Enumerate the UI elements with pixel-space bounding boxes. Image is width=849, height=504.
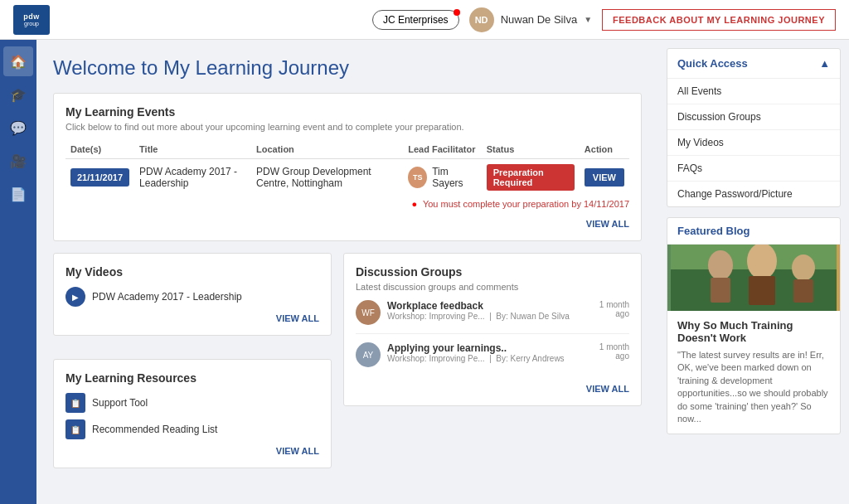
qa-all-events[interactable]: All Events: [667, 79, 840, 104]
qa-discussion-groups[interactable]: Discussion Groups: [667, 104, 840, 130]
discussion-time-2: 1 monthago: [599, 342, 629, 361]
warning-text: You must complete your preparation by 14…: [423, 199, 629, 209]
layout: 🏠 🎓 💬 🎥 📄 Welcome to My Learning Journey…: [0, 40, 849, 504]
view-button[interactable]: VIEW: [585, 168, 624, 187]
quick-access-section: Quick Access ▲ All Events Discussion Gro…: [667, 48, 841, 207]
avatar-initials: ND: [475, 15, 488, 25]
video-play-icon: ▶: [65, 287, 85, 307]
list-item: 📋 Recommended Reading List: [65, 419, 319, 439]
quick-access-collapse-icon[interactable]: ▲: [819, 57, 830, 70]
col-action: Action: [580, 140, 629, 159]
event-title: PDW Academy 2017 - Leadership: [134, 159, 251, 196]
sidebar-item-video[interactable]: 🎥: [3, 146, 33, 176]
feedback-button[interactable]: FEEDBACK ABOUT MY LEARNING JOURNEY: [602, 9, 836, 31]
resource-doc-icon-2: 📋: [65, 419, 85, 439]
sidebar-item-document[interactable]: 📄: [3, 179, 33, 209]
svg-rect-5: [749, 276, 775, 305]
main-content: Welcome to My Learning Journey My Learni…: [36, 40, 658, 504]
discussion-content-1: Workplace feedback Workshop: Improving P…: [387, 300, 593, 321]
user-name: Nuwan De Silva: [501, 13, 578, 26]
notification-dot: [454, 9, 460, 16]
sidebar-item-home[interactable]: 🏠: [3, 46, 33, 76]
enterprise-label: JC Enterprises: [383, 14, 449, 26]
my-videos-title: My Videos: [65, 265, 319, 279]
discussion-groups-title: Discussion Groups: [356, 265, 629, 279]
resources-view-all[interactable]: VIEW ALL: [65, 446, 319, 456]
discussion-avatar-1: WF: [356, 300, 381, 325]
learning-events-view-all[interactable]: VIEW ALL: [65, 219, 629, 229]
page-title: Welcome to My Learning Journey: [53, 56, 642, 80]
discussion-groups-subtitle: Latest discussion groups and comments: [356, 282, 629, 292]
discussion-content-2: Applying your learnings.. Workshop: Impr…: [387, 342, 593, 363]
resource-doc-icon: 📋: [65, 393, 85, 413]
featured-blog-title: Featured Blog: [667, 218, 840, 245]
my-learning-resources-title: My Learning Resources: [65, 371, 319, 385]
enterprise-button[interactable]: JC Enterprises: [372, 10, 459, 30]
col-title: Title: [134, 140, 251, 159]
list-item: AY Applying your learnings.. Workshop: I…: [356, 342, 629, 376]
qa-change-password[interactable]: Change Password/Picture: [667, 182, 840, 206]
discussion-list: WF Workplace feedback Workshop: Improvin…: [356, 300, 629, 376]
blog-post-title: Why So Much Training Doesn't Work: [677, 319, 830, 344]
resource-label-2: Recommended Reading List: [92, 424, 217, 435]
warning-dot: ●: [411, 199, 417, 209]
sidebar: 🏠 🎓 💬 🎥 📄: [0, 40, 36, 504]
facilitator-avatar: TS: [408, 167, 427, 188]
blog-image: [667, 245, 840, 311]
discussion-sub-1: Workshop: Improving Pe... | By: Nuwan De…: [387, 312, 593, 321]
event-status: Preparation Required: [482, 159, 580, 196]
list-item: ▶ PDW Academy 2017 - Leadership: [65, 287, 319, 307]
chevron-down-icon[interactable]: ▼: [584, 15, 592, 24]
event-location: PDW Group Development Centre, Nottingham: [251, 159, 403, 196]
discussion-groups-col: Discussion Groups Latest discussion grou…: [343, 253, 642, 480]
videos-list: ▶ PDW Academy 2017 - Leadership: [65, 287, 319, 307]
date-badge: 21/11/2017: [70, 168, 129, 187]
qa-my-videos[interactable]: My Videos: [667, 130, 840, 156]
left-column: My Videos ▶ PDW Academy 2017 - Leadershi…: [53, 253, 332, 480]
logo-box: pdw group: [13, 5, 50, 35]
col-facilitator: Lead Facilitator: [403, 140, 481, 159]
preparation-warning: ● You must complete your preparation by …: [65, 196, 629, 212]
event-action[interactable]: VIEW: [580, 159, 629, 196]
sidebar-item-learning[interactable]: 🎓: [3, 80, 33, 109]
quick-access-title: Quick Access: [677, 57, 748, 70]
featured-blog-section: Featured Blog Wh: [667, 217, 841, 434]
discussions-view-all[interactable]: VIEW ALL: [356, 384, 629, 394]
facilitator-name: Tim Sayers: [432, 166, 476, 189]
my-videos-card: My Videos ▶ PDW Academy 2017 - Leadershi…: [53, 253, 332, 336]
event-facilitator: TS Tim Sayers: [403, 159, 481, 196]
learning-events-table: Date(s) Title Location Lead Facilitator …: [65, 140, 629, 196]
learning-events-title: My Learning Events: [65, 105, 629, 119]
discussion-groups-card: Discussion Groups Latest discussion grou…: [343, 253, 642, 406]
discussion-avatar-2: AY: [356, 342, 381, 367]
discussion-title-1: Workplace feedback: [387, 300, 593, 312]
status-badge: Preparation Required: [487, 164, 575, 191]
learning-events-subtitle: Click below to find out more about your …: [65, 122, 629, 132]
videos-view-all[interactable]: VIEW ALL: [65, 313, 319, 323]
sidebar-item-discussion[interactable]: 💬: [3, 113, 33, 143]
table-row: 21/11/2017 PDW Academy 2017 - Leadership…: [65, 159, 629, 196]
qa-faqs[interactable]: FAQs: [667, 156, 840, 182]
col-status: Status: [482, 140, 580, 159]
list-item: WF Workplace feedback Workshop: Improvin…: [356, 300, 629, 334]
logo-sub: group: [24, 21, 39, 27]
svg-rect-3: [711, 278, 730, 303]
header: pdw group JC Enterprises ND Nuwan De Sil…: [0, 0, 849, 40]
svg-point-2: [708, 250, 733, 280]
my-learning-resources-card: My Learning Resources 📋 Support Tool 📋 R…: [53, 359, 332, 468]
bottom-section: My Videos ▶ PDW Academy 2017 - Leadershi…: [53, 253, 642, 480]
header-right: JC Enterprises ND Nuwan De Silva ▼ FEEDB…: [372, 7, 836, 32]
video-label: PDW Academy 2017 - Leadership: [92, 291, 242, 303]
resource-label-1: Support Tool: [92, 397, 148, 409]
svg-rect-7: [793, 279, 813, 303]
logo-text: pdw: [23, 12, 40, 21]
user-info: ND Nuwan De Silva ▼: [469, 7, 592, 32]
blog-post-excerpt: "The latest survey results are in! Err, …: [677, 349, 830, 425]
col-date: Date(s): [65, 140, 134, 159]
blog-content: Why So Much Training Doesn't Work "The l…: [667, 311, 840, 434]
col-location: Location: [251, 140, 403, 159]
blog-image-bg: [667, 245, 840, 311]
quick-access-header[interactable]: Quick Access ▲: [667, 49, 840, 79]
right-panel: Quick Access ▲ All Events Discussion Gro…: [658, 40, 849, 504]
avatar: ND: [469, 7, 494, 32]
